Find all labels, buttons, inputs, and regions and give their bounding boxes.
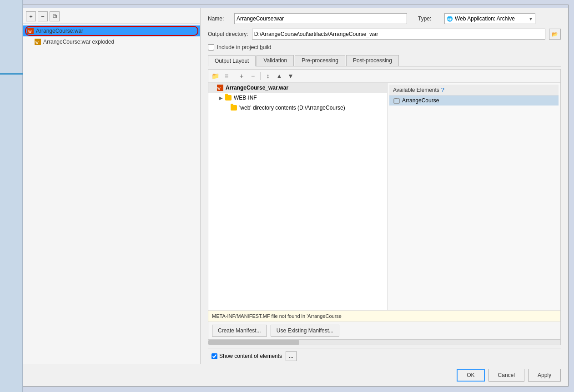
artifact-config-panel: Name: Type: 🌐 Web Application: Archive ▼… bbox=[201, 8, 568, 364]
move-down-button[interactable]: ▼ bbox=[286, 71, 296, 81]
layout-web-dir-item[interactable]: 'web' directory contents (D:\ArrangeCour… bbox=[208, 103, 387, 113]
manifest-warning-text: META-INF/MANIFEST.MF file not found in '… bbox=[212, 313, 342, 319]
tree-item-label: ArrangeCourse:war bbox=[36, 28, 83, 34]
include-build-checkbox[interactable] bbox=[208, 44, 214, 50]
tab-pre-processing[interactable]: Pre-processing bbox=[295, 55, 345, 66]
minus-icon: − bbox=[251, 72, 255, 80]
tree-item-label-exploded: ArrangeCourse:war exploded bbox=[43, 39, 114, 45]
layout-toolbar: 📁 ≡ + − ↕ bbox=[208, 70, 560, 83]
sort-icon: ↕ bbox=[267, 72, 270, 80]
type-value: Web Application: Archive bbox=[455, 15, 515, 22]
artifact-type-dropdown[interactable]: 🌐 Web Application: Archive ▼ bbox=[444, 13, 535, 24]
available-project-icon bbox=[393, 97, 400, 104]
output-layout-panel: 📁 ≡ + − ↕ bbox=[208, 69, 561, 345]
output-dir-row: Output directory: 📂 bbox=[208, 29, 561, 40]
war-filename-label: ArrangeCourse_war.war bbox=[226, 85, 288, 91]
artifact-tabs-bar: Output Layout Validation Pre-processing … bbox=[208, 55, 561, 66]
type-label: Type: bbox=[418, 15, 441, 22]
svg-text:W: W bbox=[35, 41, 39, 44]
web-dir-label: 'web' directory contents (D:\ArrangeCour… bbox=[239, 105, 345, 111]
up-arrow-icon: ▲ bbox=[276, 72, 282, 80]
svg-rect-7 bbox=[395, 98, 397, 99]
show-content-label: Show content of elements bbox=[219, 353, 282, 359]
war-exploded-icon: W bbox=[34, 38, 41, 45]
tab-validation[interactable]: Validation bbox=[257, 55, 294, 66]
ok-button[interactable]: OK bbox=[457, 369, 484, 382]
available-arrange-course[interactable]: ArrangeCourse bbox=[389, 95, 559, 106]
remove-artifact-button[interactable]: − bbox=[38, 11, 48, 21]
available-arrange-course-label: ArrangeCourse bbox=[402, 97, 439, 104]
down-arrow-icon: ▼ bbox=[287, 72, 294, 80]
move-up-button[interactable]: ▲ bbox=[274, 71, 284, 81]
name-label: Name: bbox=[208, 15, 231, 22]
war-artifact-icon: W bbox=[27, 27, 34, 35]
webinf-folder-icon bbox=[225, 94, 232, 101]
available-elements-header: Available Elements ? bbox=[389, 85, 559, 95]
manifest-warning: META-INF/MANIFEST.MF file not found in '… bbox=[208, 310, 560, 322]
webinf-expand-icon: ▶ bbox=[219, 95, 225, 101]
available-elements-help[interactable]: ? bbox=[441, 86, 444, 93]
artifact-name-input[interactable] bbox=[234, 13, 407, 24]
show-content-row: Show content of elements bbox=[211, 353, 282, 359]
tree-item-arrange-war-exploded[interactable]: W ArrangeCourse:war exploded bbox=[23, 36, 200, 47]
plus-icon: + bbox=[240, 72, 243, 80]
output-dir-input[interactable] bbox=[252, 29, 545, 40]
tab-output-layout[interactable]: Output Layout bbox=[208, 55, 256, 66]
web-dir-folder-icon bbox=[230, 104, 237, 111]
layout-list-button[interactable]: ≡ bbox=[222, 71, 232, 81]
webinf-label: WEB-INF bbox=[234, 95, 257, 101]
svg-text:W: W bbox=[217, 87, 221, 90]
new-dir-icon: 📁 bbox=[211, 72, 219, 80]
tree-item-arrange-war[interactable]: W ArrangeCourse:war bbox=[23, 25, 200, 36]
available-elements-label: Available Elements bbox=[393, 87, 439, 93]
layout-webinf-item[interactable]: ▶ WEB-INF bbox=[208, 93, 387, 103]
create-manifest-button[interactable]: Create Manifest... bbox=[212, 325, 267, 337]
svg-rect-6 bbox=[394, 99, 399, 103]
layout-war-file-item[interactable]: W ArrangeCourse_war.war bbox=[208, 83, 387, 93]
scrollbar-thumb[interactable] bbox=[208, 340, 299, 345]
new-dir-button[interactable]: 📁 bbox=[210, 71, 220, 81]
dropdown-arrow-icon: ▼ bbox=[529, 16, 533, 21]
tab-post-processing[interactable]: Post-processing bbox=[346, 55, 399, 66]
manifest-buttons-area: Create Manifest... Use Existing Manifest… bbox=[208, 322, 560, 339]
sort-button[interactable]: ↕ bbox=[263, 71, 273, 81]
name-type-row: Name: Type: 🌐 Web Application: Archive ▼ bbox=[208, 13, 561, 24]
include-build-row: Include in project build bbox=[208, 44, 561, 50]
layout-horizontal-scrollbar[interactable] bbox=[208, 339, 560, 345]
war-file-icon: W bbox=[217, 84, 224, 91]
layout-main-area: W ArrangeCourse_war.war ▶ W bbox=[208, 83, 560, 310]
copy-artifact-button[interactable]: ⧉ bbox=[50, 11, 60, 21]
layout-tree-panel: W ArrangeCourse_war.war ▶ W bbox=[208, 83, 388, 310]
add-artifact-button[interactable]: + bbox=[26, 11, 36, 21]
output-dir-label: Output directory: bbox=[208, 31, 248, 37]
remove-element-button[interactable]: − bbox=[248, 71, 258, 81]
cancel-button[interactable]: Cancel bbox=[488, 369, 524, 382]
artifact-tree: W ArrangeCourse:war W ArrangeCou bbox=[23, 24, 200, 364]
list-icon: ≡ bbox=[225, 72, 228, 80]
bottom-options-area: Show content of elements ... bbox=[208, 348, 561, 364]
svg-text:W: W bbox=[28, 30, 32, 34]
use-existing-manifest-button[interactable]: Use Existing Manifest... bbox=[271, 325, 339, 337]
available-elements-panel: Available Elements ? bbox=[388, 83, 560, 310]
show-content-checkbox[interactable] bbox=[211, 353, 217, 359]
dialog-footer: OK Cancel Apply bbox=[23, 364, 568, 386]
browse-icon: 📂 bbox=[552, 31, 558, 37]
left-toolbar: + − ⧉ bbox=[23, 10, 200, 24]
ellipsis-button[interactable]: ... bbox=[286, 351, 297, 361]
include-build-label: Include in project build bbox=[217, 44, 271, 50]
apply-button[interactable]: Apply bbox=[528, 369, 561, 382]
add-element-button[interactable]: + bbox=[237, 71, 247, 81]
browse-output-dir-button[interactable]: 📂 bbox=[549, 29, 561, 40]
